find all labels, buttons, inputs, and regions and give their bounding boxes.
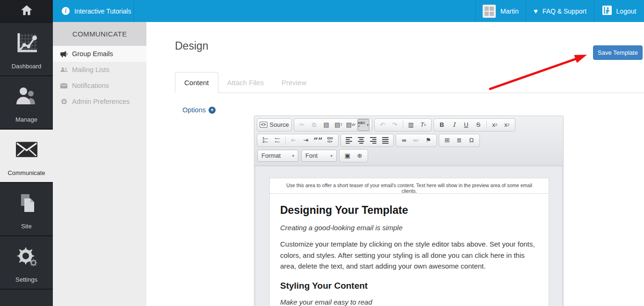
strikethrough-button[interactable]: S xyxy=(473,119,484,131)
select-all-button[interactable]: ▥ xyxy=(405,119,417,131)
align-center-icon xyxy=(358,137,364,144)
chevron-down-icon: ▾ xyxy=(292,153,294,158)
indent-button[interactable]: ⇥ xyxy=(300,135,311,146)
interactive-tutorials-button[interactable]: i Interactive Tutorials xyxy=(53,0,134,22)
site-pages-icon xyxy=(16,183,37,223)
sidebar-item-partial[interactable] xyxy=(0,290,53,306)
email-heading-1: Designing Your Template xyxy=(280,204,538,217)
plus-circle-icon: + xyxy=(209,107,216,114)
submenu-item-label: Notifications xyxy=(72,82,109,89)
anchor-icon: ⚑ xyxy=(426,137,431,143)
cut-button: ✂ xyxy=(297,119,308,131)
tab-attach-files[interactable]: Attach Files xyxy=(218,73,273,93)
toolbar-row-3: Format▾Font▾▣⊕ xyxy=(257,148,561,163)
format-dropdown-button[interactable]: Format▾ xyxy=(257,150,298,162)
paste-text-button[interactable]: ▤T xyxy=(333,119,344,131)
toolbar-group xyxy=(340,134,394,147)
special-character-button[interactable]: Ω xyxy=(466,135,477,146)
toolbar-group: Format▾ xyxy=(257,149,299,162)
sidebar-item-settings[interactable]: Settings xyxy=(0,236,53,289)
subscript-button[interactable]: x2 xyxy=(489,119,500,131)
submenu-item-mailing-lists[interactable]: Mailing Lists xyxy=(53,62,146,78)
special-character-icon: Ω xyxy=(469,137,474,143)
align-right-button[interactable] xyxy=(368,135,379,146)
table-icon: ⊞ xyxy=(445,137,450,143)
toolbar-group: ✂⧉▤▤T▤WABC✓▾ xyxy=(294,118,372,131)
gear-icon xyxy=(60,98,68,105)
underline-button[interactable]: U xyxy=(461,119,472,131)
top-bar: i Interactive Tutorials Martin ♥ FAQ & S… xyxy=(53,0,644,22)
sidebar-item-label: Manage xyxy=(15,116,37,123)
home-button[interactable] xyxy=(0,0,53,22)
spellcheck-button[interactable]: ABC✓▾ xyxy=(357,119,369,131)
div-container-button[interactable]: DIV</> xyxy=(325,135,336,146)
submenu-item-group-emails[interactable]: Group Emails xyxy=(53,46,146,62)
bold-button[interactable]: B xyxy=(436,119,448,131)
unlink-button: ∞× xyxy=(411,135,422,146)
sidebar-item-site[interactable]: Site xyxy=(0,183,53,235)
link-button[interactable]: ∞ xyxy=(398,135,410,146)
info-icon: i xyxy=(62,7,70,15)
toolbar-separator xyxy=(285,136,286,145)
align-justify-button[interactable] xyxy=(380,135,391,146)
numbered-list-button[interactable]: 1—2— xyxy=(260,135,271,146)
italic-button[interactable]: I xyxy=(449,119,460,131)
submenu-item-notifications[interactable]: Notifications xyxy=(53,78,146,94)
chevron-down-icon: ▾ xyxy=(367,123,369,127)
table-button[interactable]: ⊞ xyxy=(441,135,453,146)
align-left-icon xyxy=(346,137,352,144)
options-toggle[interactable]: Options + xyxy=(182,106,216,114)
toolbar-row-2: 1—2—•—•—⇤⇥””DIV</>∞∞×⚑⊞≣Ω xyxy=(257,132,561,148)
horizontal-rule-button[interactable]: ≣ xyxy=(454,135,465,146)
toolbar-group: <>Source xyxy=(257,118,292,131)
remove-format-button[interactable]: Tx xyxy=(418,119,429,131)
sidebar-item-manage[interactable]: Manage xyxy=(0,76,53,129)
italic-icon: I xyxy=(453,122,455,128)
source-icon: <> xyxy=(260,122,268,128)
toolbar-group: ▣⊕ xyxy=(339,149,368,162)
paste-word-button[interactable]: ▤W xyxy=(345,119,356,131)
save-template-button[interactable]: Save Template xyxy=(593,45,643,60)
main-content: Design Save Template Content Attach File… xyxy=(146,22,644,306)
link-icon: ∞ xyxy=(402,137,406,143)
source-button[interactable]: <>Source xyxy=(260,119,289,131)
logout-icon xyxy=(602,6,612,16)
sidebar-item-communicate[interactable]: Communicate xyxy=(0,130,53,182)
font-dropdown-label: Font xyxy=(305,152,318,159)
logout-button[interactable]: Logout xyxy=(594,0,644,22)
undo-button: ↶ xyxy=(377,119,388,131)
insert-globe-icon: ⊕ xyxy=(357,153,362,159)
faq-label: FAQ & Support xyxy=(543,7,586,15)
select-all-icon: ▥ xyxy=(408,122,414,128)
align-left-button[interactable] xyxy=(343,135,355,146)
dashboard-chart-icon xyxy=(15,23,38,63)
sidebar-item-dashboard[interactable]: Dashboard xyxy=(0,23,53,75)
bullet-list-button[interactable]: •—•— xyxy=(272,135,283,146)
paste-word-icon: ▤W xyxy=(346,122,355,128)
tab-preview[interactable]: Preview xyxy=(273,73,315,93)
font-dropdown-button[interactable]: Font▾ xyxy=(301,150,337,162)
insert-image-button[interactable]: ▣ xyxy=(342,150,353,161)
chevron-down-icon: ▾ xyxy=(330,153,333,158)
toolbar-separator xyxy=(486,121,487,129)
align-justify-icon xyxy=(382,137,389,144)
paste-button[interactable]: ▤ xyxy=(321,119,332,131)
superscript-button[interactable]: x2 xyxy=(501,119,513,131)
toolbar-separator xyxy=(403,121,403,129)
faq-support-button[interactable]: ♥ FAQ & Support xyxy=(526,0,594,22)
email-body-box[interactable]: Designing Your Template Creating a good-… xyxy=(269,193,549,306)
toolbar-row-1: <>Source✂⧉▤▤T▤WABC✓▾↶↷▥TxBIUSx2x2 xyxy=(257,117,561,132)
user-menu-button[interactable]: Martin xyxy=(475,0,526,22)
align-center-button[interactable] xyxy=(355,135,367,146)
submenu-item-admin-preferences[interactable]: Admin Preferences xyxy=(53,94,146,109)
outdent-button: ⇤ xyxy=(288,135,299,146)
undo-icon: ↶ xyxy=(380,122,385,128)
redo-icon: ↷ xyxy=(392,122,397,128)
tab-content[interactable]: Content xyxy=(175,72,218,93)
anchor-button[interactable]: ⚑ xyxy=(423,135,434,146)
editor-content-area[interactable]: Use this area to offer a short teaser of… xyxy=(255,166,563,306)
copy-icon: ⧉ xyxy=(312,122,316,128)
users-icon xyxy=(60,67,68,73)
insert-globe-button[interactable]: ⊕ xyxy=(354,150,365,161)
blockquote-button[interactable]: ”” xyxy=(312,135,324,146)
